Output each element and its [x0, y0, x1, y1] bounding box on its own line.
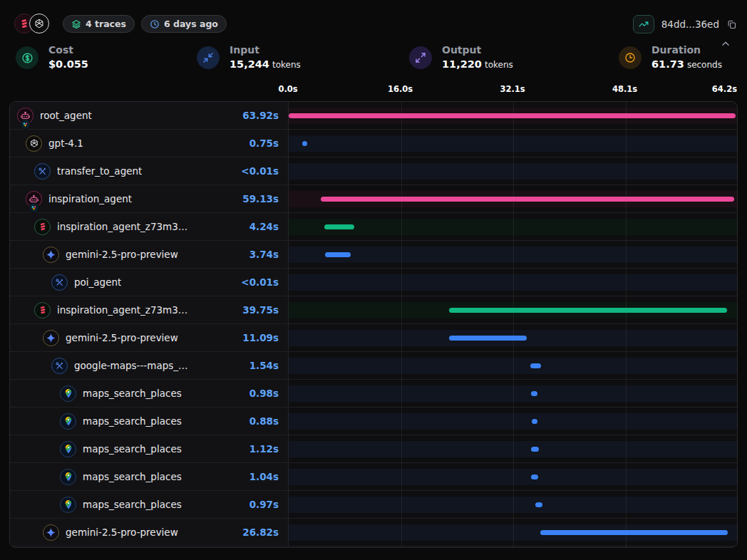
- trace-age-label: 6 days ago: [164, 19, 218, 29]
- span-name: gemini-2.5-pro-preview: [66, 332, 178, 343]
- stat-label: Input: [230, 43, 301, 57]
- span-name: maps_search_places: [83, 415, 182, 427]
- trace-row[interactable]: root_agent63.92s: [10, 102, 737, 130]
- trace-row[interactable]: maps_search_places0.98s: [10, 380, 737, 408]
- span-label-cell[interactable]: transfer_to_agent<0.01s: [10, 157, 289, 185]
- span-label-cell[interactable]: maps_search_places1.12s: [10, 435, 289, 462]
- span-bar[interactable]: [531, 391, 538, 396]
- adk-badge-icon: [20, 119, 31, 130]
- chevron-up-icon[interactable]: [720, 38, 731, 50]
- axis-tick-label: 32.1s: [500, 84, 525, 94]
- traces-count-badge: 4 traces: [63, 15, 135, 33]
- trace-row[interactable]: transfer_to_agent<0.01s: [10, 157, 737, 185]
- span-label-cell[interactable]: maps_search_places0.97s: [10, 491, 289, 518]
- traces-count-label: 4 traces: [86, 19, 126, 29]
- span-label-cell[interactable]: maps_search_places1.04s: [10, 463, 289, 490]
- trace-row[interactable]: maps_search_places0.88s: [10, 408, 737, 435]
- trace-row[interactable]: maps_search_places1.12s: [10, 435, 737, 463]
- stat-duration: Duration 61.73seconds: [619, 43, 722, 72]
- span-name: maps_search_places: [83, 471, 182, 482]
- span-bar[interactable]: [302, 141, 307, 146]
- trace-row[interactable]: gpt-4.10.75s: [10, 130, 737, 157]
- stat-input: Input 15,244tokens: [197, 43, 301, 72]
- stat-unit: seconds: [687, 60, 722, 70]
- span-duration: 1.04s: [249, 471, 288, 482]
- span-label-cell[interactable]: gemini-2.5-pro-preview26.82s: [10, 519, 289, 546]
- stat-value: $0.055: [48, 58, 88, 70]
- maps-icon: [60, 441, 76, 457]
- time-axis: 0.0s16.0s32.1s48.1s64.2s: [0, 84, 747, 97]
- trace-id[interactable]: 84dd...36ed: [661, 19, 719, 30]
- maps-icon: [60, 413, 76, 430]
- tools-icon: [51, 274, 68, 291]
- span-name: inspiration_agent: [48, 193, 132, 204]
- span-bar[interactable]: [532, 419, 538, 424]
- span-label-cell[interactable]: google-maps---maps_…1.54s: [10, 352, 289, 379]
- span-bar[interactable]: [531, 447, 539, 452]
- metrics-chart-button[interactable]: [633, 15, 654, 33]
- trace-row[interactable]: poi_agent<0.01s: [10, 269, 737, 296]
- span-label-cell[interactable]: poi_agent<0.01s: [10, 269, 289, 296]
- span-label-cell[interactable]: gemini-2.5-pro-preview11.09s: [10, 324, 289, 351]
- span-label-cell[interactable]: gemini-2.5-pro-preview3.74s: [10, 241, 289, 268]
- trace-viewer: 4 traces 6 days ago 84dd...36ed: [0, 0, 747, 560]
- span-label-cell[interactable]: gpt-4.10.75s: [10, 130, 289, 157]
- trace-row[interactable]: maps_search_places0.97s: [10, 491, 737, 519]
- span-label-cell[interactable]: maps_search_places0.98s: [10, 380, 289, 407]
- tools-icon: [34, 163, 51, 180]
- span-label-cell[interactable]: inspiration_agent_z73m3…39.75s: [10, 296, 289, 323]
- gemini-icon: [43, 247, 59, 263]
- span-name: gpt-4.1: [48, 138, 83, 149]
- trace-row[interactable]: inspiration_agent59.13s: [10, 185, 737, 213]
- adk-badge-icon: [29, 202, 39, 213]
- span-bar[interactable]: [321, 197, 734, 202]
- axis-tick-label: 64.2s: [712, 84, 737, 94]
- trace-row[interactable]: google-maps---maps_…1.54s: [10, 352, 737, 380]
- span-duration: 0.97s: [249, 499, 288, 510]
- openai-logo-icon: [29, 14, 49, 33]
- span-duration: 39.75s: [242, 304, 288, 316]
- span-bar[interactable]: [325, 252, 351, 257]
- stats-row: Cost $0.055 Input 15,244tokens Out: [0, 38, 747, 78]
- stat-label: Duration: [651, 43, 722, 57]
- span-duration: 59.13s: [242, 193, 288, 204]
- gemini-icon: [43, 524, 59, 541]
- span-label-cell[interactable]: inspiration_agent59.13s: [10, 185, 289, 212]
- trace-row[interactable]: gemini-2.5-pro-preview26.82s: [10, 519, 737, 546]
- avatar-group: [14, 14, 49, 33]
- trace-row[interactable]: inspiration_agent_z73m3…4.24s: [10, 213, 737, 241]
- span-bar[interactable]: [530, 363, 541, 368]
- span-bar[interactable]: [531, 475, 538, 479]
- grid-line: [401, 102, 402, 547]
- span-name: gemini-2.5-pro-preview: [66, 249, 178, 260]
- trace-row[interactable]: gemini-2.5-pro-preview11.09s: [10, 324, 737, 352]
- trace-row[interactable]: gemini-2.5-pro-preview3.74s: [10, 241, 737, 269]
- span-duration: <0.01s: [241, 165, 288, 177]
- stat-value: 15,244: [230, 58, 269, 70]
- clock-icon: [619, 46, 642, 69]
- stat-unit: tokens: [272, 60, 301, 70]
- span-name: inspiration_agent_z73m3…: [57, 304, 187, 316]
- trace-row[interactable]: maps_search_places1.04s: [10, 463, 737, 491]
- span-bar[interactable]: [535, 502, 542, 507]
- span-label-cell[interactable]: inspiration_agent_z73m3…4.24s: [10, 213, 289, 240]
- stat-value: 61.73: [651, 58, 684, 70]
- span-bar[interactable]: [449, 308, 727, 313]
- span-label-cell[interactable]: root_agent63.92s: [10, 102, 289, 129]
- span-bar[interactable]: [540, 530, 728, 535]
- maps-icon: [60, 469, 76, 485]
- openai-icon: [26, 135, 42, 152]
- span-duration: 11.09s: [242, 332, 288, 343]
- span-name: inspiration_agent_z73m3…: [57, 221, 187, 232]
- span-bar[interactable]: [324, 224, 354, 229]
- span-name: maps_search_places: [83, 388, 182, 399]
- span-bar[interactable]: [449, 336, 527, 341]
- top-header: 4 traces 6 days ago 84dd...36ed: [0, 0, 747, 38]
- trace-row[interactable]: inspiration_agent_z73m3…39.75s: [10, 296, 737, 324]
- span-label-cell[interactable]: maps_search_places0.88s: [10, 408, 289, 435]
- agent-icon: [17, 108, 34, 124]
- span-duration: 26.82s: [242, 527, 288, 538]
- span-duration: 3.74s: [249, 249, 288, 260]
- copy-icon[interactable]: [726, 19, 737, 30]
- span-bar[interactable]: [289, 113, 736, 118]
